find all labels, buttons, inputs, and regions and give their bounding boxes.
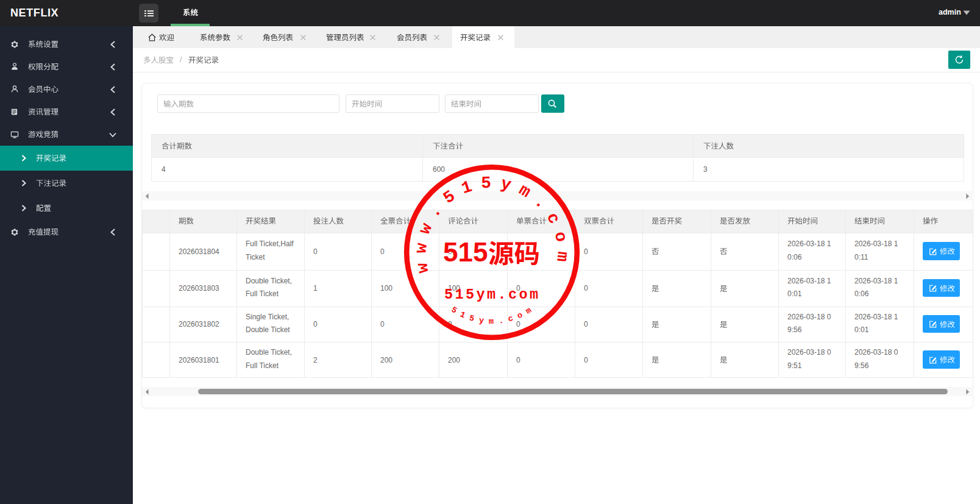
- svg-text:515ym.com: 515ym.com: [449, 302, 537, 325]
